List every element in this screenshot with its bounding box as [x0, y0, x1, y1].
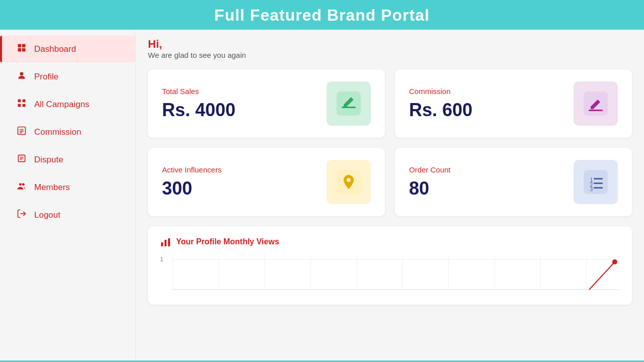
commission-label: Commission — [409, 87, 472, 96]
location-icon — [337, 170, 361, 194]
svg-rect-11 — [20, 131, 24, 132]
edit-green-icon — [337, 92, 361, 116]
chart-title: Your Profile Monthly Views — [176, 237, 279, 246]
svg-text:1: 1 — [160, 256, 164, 263]
chart-svg: 1 — [160, 254, 620, 295]
svg-rect-34 — [165, 240, 167, 246]
commission-value: Rs. 600 — [409, 100, 472, 121]
active-influencers-card: Active Influencers 300 — [148, 148, 385, 216]
order-count-value: 80 — [409, 178, 451, 199]
chart-title-row: Your Profile Monthly Views — [160, 236, 620, 247]
sidebar-item-commission[interactable]: Commission — [0, 119, 135, 145]
order-count-label: Order Count — [409, 165, 451, 174]
greeting-sub: We are glad to see you again — [148, 51, 632, 59]
order-count-card: Order Count 80 1 2 3 — [395, 148, 632, 216]
sidebar-item-members[interactable]: Members — [0, 174, 135, 201]
total-sales-label: Total Sales — [162, 87, 235, 96]
svg-rect-1 — [22, 44, 26, 48]
chart-bar-icon — [160, 236, 171, 247]
stats-row-2: Active Influencers 300 Order Count 80 — [148, 148, 632, 216]
campaigns-icon — [16, 98, 27, 111]
members-icon — [16, 181, 27, 194]
svg-rect-5 — [18, 100, 21, 103]
svg-text:3: 3 — [590, 186, 593, 193]
commission-info: Commission Rs. 600 — [409, 87, 472, 121]
order-count-info: Order Count 80 — [409, 165, 451, 199]
svg-rect-2 — [18, 48, 22, 52]
main-content: Hi, We are glad to see you again Total S… — [136, 30, 644, 360]
svg-rect-26 — [584, 170, 608, 194]
svg-rect-3 — [22, 48, 26, 52]
active-influencers-value: 300 — [162, 178, 221, 199]
order-count-icon-box: 1 2 3 — [574, 160, 618, 204]
sidebar-item-profile[interactable]: Profile — [0, 63, 135, 90]
sidebar-label-commission: Commission — [34, 127, 82, 137]
svg-rect-33 — [161, 242, 163, 246]
total-sales-info: Total Sales Rs. 4000 — [162, 87, 235, 121]
list-icon: 1 2 3 — [584, 170, 608, 194]
sidebar-item-logout[interactable]: Logout — [0, 202, 135, 228]
sidebar-label-profile: Profile — [34, 72, 58, 82]
svg-line-49 — [589, 262, 615, 290]
sidebar: Dashboard Profile All Campaigns Commissi… — [0, 30, 136, 360]
active-influencers-label: Active Influencers — [162, 165, 221, 174]
svg-rect-8 — [23, 104, 26, 107]
svg-rect-0 — [18, 44, 22, 48]
app-title-text: Full Featured Brand Portal — [214, 6, 430, 24]
svg-rect-31 — [594, 183, 603, 184]
svg-rect-32 — [594, 187, 603, 189]
sidebar-label-dashboard: Dashboard — [34, 44, 76, 54]
sidebar-label-dispute: Dispute — [34, 155, 63, 165]
logout-icon — [16, 209, 27, 221]
svg-point-25 — [347, 178, 351, 182]
commission-card: Commission Rs. 600 — [395, 69, 632, 138]
sidebar-label-members: Members — [34, 183, 70, 193]
svg-point-4 — [20, 72, 24, 75]
svg-rect-10 — [20, 129, 24, 130]
greeting-hi: Hi, — [148, 38, 632, 51]
svg-rect-7 — [18, 104, 21, 107]
active-influencers-info: Active Influencers 300 — [162, 165, 221, 199]
commission-icon-box — [574, 81, 618, 126]
svg-rect-23 — [589, 110, 603, 111]
sidebar-item-all-campaigns[interactable]: All Campaigns — [0, 91, 135, 118]
svg-point-18 — [22, 183, 25, 186]
svg-rect-12 — [20, 132, 22, 133]
stats-row-1: Total Sales Rs. 4000 Commission Rs. 60 — [148, 69, 632, 138]
total-sales-value: Rs. 4000 — [162, 100, 235, 121]
sidebar-item-dashboard[interactable]: Dashboard — [0, 36, 135, 62]
active-influencers-icon-box — [327, 160, 371, 204]
sidebar-item-dispute[interactable]: Dispute — [0, 146, 135, 173]
profile-icon — [16, 70, 27, 83]
svg-rect-6 — [23, 100, 26, 103]
commission-icon — [16, 126, 27, 138]
dispute-icon — [16, 153, 27, 166]
chart-area: 1 — [160, 254, 620, 295]
sidebar-label-logout: Logout — [34, 210, 60, 220]
app-title: Full Featured Brand Portal — [0, 0, 644, 30]
svg-rect-30 — [594, 178, 603, 179]
total-sales-card: Total Sales Rs. 4000 — [148, 69, 385, 138]
dashboard-icon — [16, 43, 27, 55]
svg-point-17 — [19, 183, 22, 186]
edit-purple-icon — [584, 92, 608, 116]
total-sales-icon-box — [327, 81, 371, 126]
svg-point-50 — [612, 259, 617, 264]
chart-card: Your Profile Monthly Views 1 — [148, 226, 632, 305]
svg-rect-35 — [168, 238, 170, 246]
sidebar-label-all-campaigns: All Campaigns — [34, 100, 90, 110]
